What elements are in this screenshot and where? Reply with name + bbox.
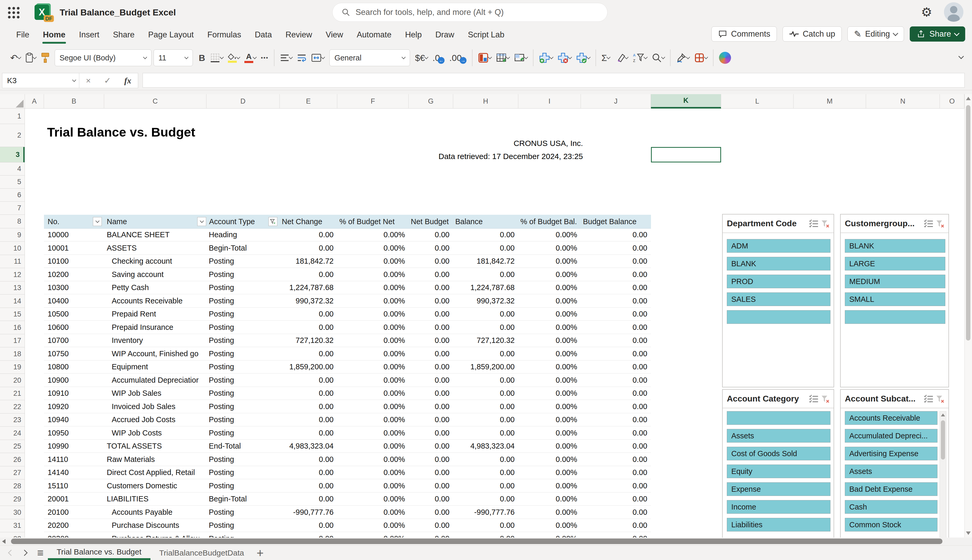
row-header-14[interactable]: 14 (0, 295, 25, 308)
cell-budget-balance[interactable]: 0.00 (581, 413, 651, 426)
ink-button[interactable] (674, 48, 692, 67)
cell-budget-balance[interactable]: 0.00 (581, 532, 651, 538)
slicer-clear-filter-button[interactable] (819, 218, 831, 229)
cell-pct-of-budget-net[interactable]: 0.00% (337, 480, 408, 492)
cell-balance[interactable]: 0.00 (453, 480, 519, 492)
slicer-scrollbar[interactable] (940, 411, 946, 538)
cell-pct-of-budget-bal[interactable]: 0.00% (519, 347, 581, 360)
cell-no[interactable]: 10500 (44, 308, 104, 320)
row-header-19[interactable]: 19 (0, 360, 25, 374)
cell-balance[interactable]: 0.00 (453, 374, 519, 387)
menu-tab-help[interactable]: Help (398, 27, 428, 43)
cell-pct-of-budget-bal[interactable]: 0.00% (519, 519, 581, 532)
cell-no[interactable]: 20200 (44, 519, 104, 532)
row-header-16[interactable]: 16 (0, 321, 25, 334)
cell-name[interactable]: Customers Domestic (104, 480, 207, 492)
format-as-table-button[interactable] (494, 48, 512, 67)
cell-pct-of-budget-net[interactable]: 0.00% (337, 347, 408, 360)
cell-account-type[interactable]: Heading (207, 228, 280, 241)
menu-tab-home[interactable]: Home (36, 27, 72, 43)
insert-cells-button[interactable] (537, 48, 555, 67)
cell-pct-of-budget-net[interactable]: 0.00% (337, 308, 408, 320)
cell-net-budget[interactable]: 0.00 (408, 268, 453, 281)
cell-name[interactable]: Purchase Returns & Allow (104, 532, 207, 538)
cell-account-type[interactable]: End-Total (207, 440, 280, 452)
cell-account-type[interactable]: Posting (207, 387, 280, 400)
cell-balance[interactable]: 4,983,323.04 (453, 440, 519, 452)
vertical-scroll-thumb[interactable] (966, 105, 970, 340)
slicer-item-accounts-receivable[interactable]: Accounts Receivable (845, 411, 937, 425)
cell-name[interactable]: LIABILITIES (104, 493, 207, 505)
slicer-item-large[interactable]: LARGE (845, 257, 945, 270)
cell-net-change[interactable]: 0.00 (280, 321, 337, 334)
cell-net-change[interactable]: 0.00 (280, 228, 337, 241)
cell-net-change[interactable]: -990,777.76 (280, 506, 337, 519)
cell-pct-of-budget-bal[interactable]: 0.00% (519, 255, 581, 268)
cell-pct-of-budget-bal[interactable]: 0.00% (519, 506, 581, 519)
cell-net-change[interactable]: 0.00 (280, 347, 337, 360)
cell-name[interactable]: Purchase Discounts (104, 519, 207, 532)
column-filter-dropdown-button[interactable] (197, 217, 206, 226)
row-header-28[interactable]: 28 (0, 480, 25, 493)
number-format-select[interactable]: General (329, 50, 410, 66)
cell-no[interactable]: 10700 (44, 334, 104, 347)
slicer-clear-filter-button[interactable] (934, 393, 946, 405)
row-header-21[interactable]: 21 (0, 387, 25, 400)
cell-net-change[interactable]: 0.00 (280, 493, 337, 505)
cell-balance[interactable]: 0.00 (453, 453, 519, 466)
scroll-down-icon[interactable] (966, 532, 971, 535)
cell-net-change[interactable]: 0.00 (280, 308, 337, 320)
slicer-item-accumulated-depreci-[interactable]: Accumulated Depreci... (845, 429, 937, 443)
delete-cells-button[interactable] (555, 48, 574, 67)
cell-name[interactable]: TOTAL ASSETS (104, 440, 207, 452)
cell-pct-of-budget-bal[interactable]: 0.00% (519, 427, 581, 439)
menu-tab-script-lab[interactable]: Script Lab (461, 27, 511, 43)
cell-budget-balance[interactable]: 0.00 (581, 427, 651, 439)
cell-balance[interactable]: 0.00 (453, 242, 519, 255)
row-header-6[interactable]: 6 (0, 188, 25, 202)
row-header-22[interactable]: 22 (0, 400, 25, 413)
cell-pct-of-budget-bal[interactable]: 0.00% (519, 413, 581, 426)
cell-balance[interactable]: 0.00 (453, 427, 519, 439)
cell-pct-of-budget-net[interactable]: 0.00% (337, 228, 408, 241)
cell-net-change[interactable]: 0.00 (280, 268, 337, 281)
cell-budget-balance[interactable]: 0.00 (581, 242, 651, 255)
cell-account-type[interactable]: Posting (207, 453, 280, 466)
slicer-item-blank[interactable] (727, 310, 830, 324)
cell-account-type[interactable]: Posting (207, 308, 280, 320)
column-filter-funnel-button[interactable] (268, 217, 277, 226)
name-box[interactable]: K3 (2, 73, 81, 88)
cell-net-budget[interactable]: 0.00 (408, 321, 453, 334)
menu-tab-formulas[interactable]: Formulas (200, 27, 248, 43)
cell-pct-of-budget-net[interactable]: 0.00% (337, 374, 408, 387)
scroll-left-icon[interactable] (2, 539, 5, 544)
cell-net-change[interactable]: 990,372.32 (280, 295, 337, 307)
cell-no[interactable]: 14140 (44, 466, 104, 479)
row-header-7[interactable]: 7 (0, 202, 25, 215)
menu-tab-view[interactable]: View (319, 27, 350, 43)
slicer-item-liabilities[interactable]: Liabilities (727, 518, 830, 532)
cell-account-type[interactable]: Posting (207, 321, 280, 334)
cell-net-change[interactable]: 0.00 (280, 519, 337, 532)
cell-name[interactable]: ASSETS (104, 242, 207, 255)
cell-balance[interactable]: 0.00 (453, 519, 519, 532)
column-header-E[interactable]: E (280, 94, 337, 108)
slicer-item-blank[interactable] (845, 310, 945, 324)
cell-net-budget[interactable]: 0.00 (408, 334, 453, 347)
cell-account-type[interactable]: Posting (207, 466, 280, 479)
slicer-scroll-thumb[interactable] (941, 420, 945, 460)
cell-no[interactable]: 10750 (44, 347, 104, 360)
cell-net-budget[interactable]: 0.00 (408, 228, 453, 241)
bold-button[interactable]: B (197, 48, 208, 67)
decrease-decimal-button[interactable]: .0← (430, 48, 447, 67)
cell-no[interactable]: 10100 (44, 255, 104, 268)
cell-budget-balance[interactable]: 0.00 (581, 387, 651, 400)
slicer-clear-filter-button[interactable] (934, 218, 946, 229)
settings-gear-icon[interactable]: ⚙ (921, 5, 932, 19)
cell-name[interactable]: BALANCE SHEET (104, 228, 207, 241)
cell-name[interactable]: Saving account (104, 268, 207, 281)
cell-pct-of-budget-bal[interactable]: 0.00% (519, 242, 581, 255)
row-header-32[interactable]: 32 (0, 532, 25, 538)
cell-pct-of-budget-bal[interactable]: 0.00% (519, 387, 581, 400)
enter-icon[interactable]: ✓ (104, 76, 111, 85)
